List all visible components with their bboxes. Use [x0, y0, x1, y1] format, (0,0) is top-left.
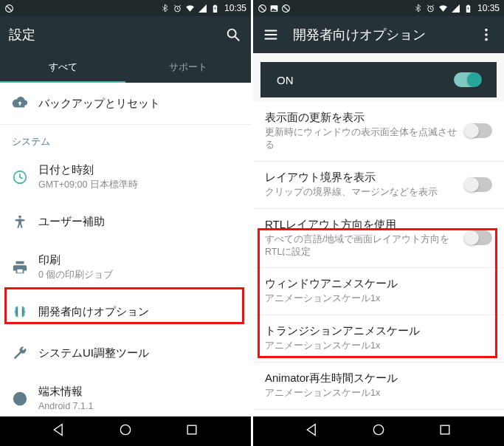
row-label: 端末情報	[38, 385, 239, 399]
page-title: 設定	[9, 26, 218, 44]
item-accessibility[interactable]: ユーザー補助	[0, 202, 251, 243]
svg-point-25	[485, 38, 488, 41]
svg-point-12	[20, 396, 21, 397]
alarm-icon	[426, 4, 435, 13]
row-sub: 0 個の印刷ジョブ	[38, 269, 239, 281]
option-show-surface-updates[interactable]: 表示面の更新を表示 更新時にウィンドウの表示面全体を点滅させる	[253, 102, 504, 162]
alarm-icon	[173, 4, 182, 13]
row-sub: GMT+09:00 日本標準時	[38, 179, 239, 191]
item-datetime[interactable]: 日付と時刻 GMT+09:00 日本標準時	[0, 153, 251, 202]
bluetooth-icon	[413, 4, 423, 13]
recents-button[interactable]	[438, 422, 452, 440]
item-about-device[interactable]: 端末情報 Android 7.1.1	[0, 374, 251, 416]
master-switch-bar[interactable]: ON	[260, 62, 497, 97]
info-icon	[12, 391, 38, 407]
search-icon[interactable]	[224, 26, 242, 44]
tab-all[interactable]: すべて	[0, 53, 125, 83]
battery-icon	[463, 4, 473, 13]
cloud-upload-icon	[12, 95, 38, 112]
master-switch[interactable]	[454, 72, 480, 87]
wrench-icon	[12, 346, 38, 362]
row-sub: Android 7.1.1	[38, 400, 239, 413]
option-sub: アニメーションスケール1x	[265, 340, 492, 352]
accessibility-icon	[12, 214, 38, 230]
row-label: 日付と時刻	[38, 163, 239, 177]
option-label: Animator再生時間スケール	[265, 371, 492, 385]
app-bar: 設定	[0, 16, 251, 53]
svg-line-6	[235, 37, 240, 41]
home-button[interactable]	[118, 422, 133, 440]
clock-icon	[12, 169, 38, 185]
nav-bar	[0, 416, 251, 446]
item-print[interactable]: 印刷 0 個の印刷ジョブ	[0, 243, 251, 292]
tab-support[interactable]: サポート	[125, 53, 251, 83]
option-sub: アニメーションスケール1x	[265, 387, 492, 399]
section-header-system: システム	[0, 125, 251, 153]
row-label: 印刷	[38, 253, 239, 267]
developer-options-pane: 10:35 開発者向けオプション ON 表示面の更新を表示 更新時にウィンドウの…	[253, 0, 504, 446]
master-switch-label: ON	[277, 74, 454, 86]
svg-point-26	[373, 425, 383, 434]
svg-rect-9	[17, 270, 22, 273]
do-not-disturb-icon	[281, 4, 291, 13]
svg-rect-27	[441, 425, 449, 434]
svg-line-19	[283, 6, 289, 11]
option-sub: クリップの境界線、マージンなどを表示	[265, 186, 466, 199]
signal-icon	[451, 4, 460, 13]
signal-icon	[198, 4, 207, 13]
status-time: 10:35	[224, 3, 246, 13]
home-button[interactable]	[371, 422, 386, 440]
option-sub: アニメーションスケール1x	[265, 292, 492, 305]
option-sub: 更新時にウィンドウの表示面全体を点滅させる	[265, 126, 466, 151]
recents-button[interactable]	[184, 422, 199, 440]
battery-icon	[210, 4, 220, 13]
toggle-switch[interactable]	[466, 177, 492, 192]
option-force-rtl[interactable]: RTLレイアウト方向を使用 すべての言語/地域で画面レイアウト方向をRTLに設定	[253, 209, 504, 269]
item-system-ui-tuner[interactable]: システムUI調整ツール	[0, 333, 251, 374]
row-label: システムUI調整ツール	[38, 346, 239, 360]
app-bar: 開発者向けオプション	[253, 16, 504, 53]
status-bar: 10:35	[0, 0, 251, 16]
wifi-icon	[185, 4, 195, 13]
image-icon	[269, 4, 279, 13]
settings-list[interactable]: バックアップとリセット システム 日付と時刻 GMT+09:00 日本標準時 ユ…	[0, 83, 251, 416]
do-not-disturb-icon	[258, 4, 267, 13]
svg-line-1	[7, 6, 12, 11]
option-label: RTLレイアウト方向を使用	[265, 218, 466, 232]
svg-line-3	[162, 7, 165, 10]
svg-rect-14	[187, 425, 196, 434]
svg-point-13	[120, 425, 130, 434]
item-developer-options[interactable]: 開発者向けオプション	[0, 292, 251, 333]
bluetooth-icon	[160, 4, 170, 13]
svg-point-24	[485, 33, 488, 36]
item-backup-reset[interactable]: バックアップとリセット	[0, 83, 251, 124]
option-label: トランジションアニメスケール	[265, 324, 492, 338]
row-label: 開発者向けオプション	[38, 305, 239, 319]
option-label: ウィンドウアニメスケール	[265, 277, 492, 291]
svg-point-23	[485, 29, 488, 32]
option-label: レイアウト境界を表示	[265, 171, 466, 185]
toggle-switch[interactable]	[466, 230, 492, 245]
option-label: 表示面の更新を表示	[265, 111, 466, 125]
row-label: バックアップとリセット	[38, 97, 239, 111]
toggle-switch[interactable]	[466, 123, 492, 138]
settings-pane: 10:35 設定 すべて サポート バックアップとリセット システム 日付と時刻…	[0, 0, 251, 446]
developer-options-list[interactable]: ON 表示面の更新を表示 更新時にウィンドウの表示面全体を点滅させる レイアウト…	[253, 53, 504, 416]
back-button[interactable]	[305, 422, 320, 440]
option-transition-animation-scale[interactable]: トランジションアニメスケール アニメーションスケール1x	[253, 315, 504, 363]
print-icon	[12, 259, 38, 275]
status-time: 10:35	[477, 3, 500, 13]
menu-icon[interactable]	[262, 26, 280, 44]
option-animator-duration-scale[interactable]: Animator再生時間スケール アニメーションスケール1x	[253, 363, 504, 410]
overflow-icon[interactable]	[477, 26, 495, 44]
tabs: すべて サポート	[0, 53, 251, 83]
option-window-animation-scale[interactable]: ウィンドウアニメスケール アニメーションスケール1x	[253, 268, 504, 315]
wifi-icon	[438, 4, 448, 13]
svg-line-21	[415, 7, 418, 10]
back-button[interactable]	[52, 422, 66, 440]
do-not-disturb-icon	[4, 4, 14, 13]
nav-bar	[253, 416, 504, 446]
option-show-layout-bounds[interactable]: レイアウト境界を表示 クリップの境界線、マージンなどを表示	[253, 162, 504, 209]
braces-icon	[12, 304, 38, 320]
option-simulate-secondary-display[interactable]: 2次画面シミュレート なし	[253, 410, 504, 416]
